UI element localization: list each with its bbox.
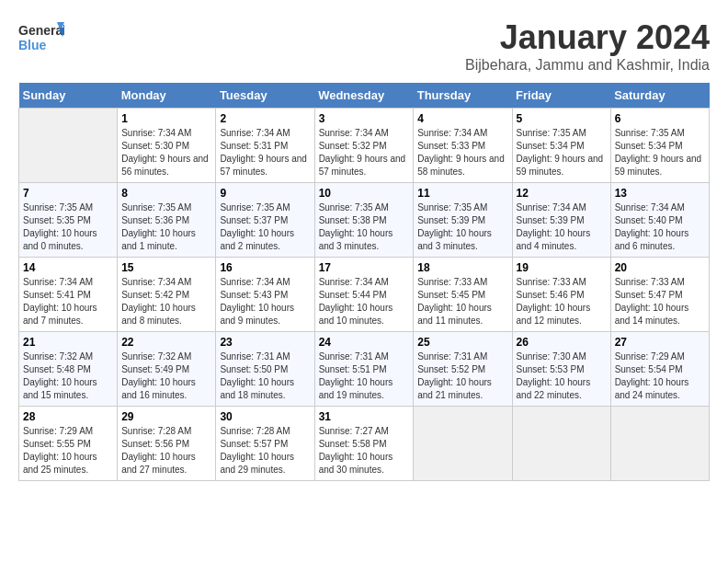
day-info: Sunrise: 7:35 AMSunset: 5:35 PMDaylight:… xyxy=(23,201,113,253)
day-cell: 11 Sunrise: 7:35 AMSunset: 5:39 PMDaylig… xyxy=(414,183,512,258)
day-info: Sunrise: 7:34 AMSunset: 5:30 PMDaylight:… xyxy=(121,127,211,178)
day-cell: 29 Sunrise: 7:28 AMSunset: 5:56 PMDaylig… xyxy=(118,407,216,481)
day-cell: 7 Sunrise: 7:35 AMSunset: 5:35 PMDayligh… xyxy=(19,183,118,258)
location: Bijbehara, Jammu and Kashmir, India xyxy=(465,57,710,74)
day-cell: 18 Sunrise: 7:33 AMSunset: 5:45 PMDaylig… xyxy=(414,258,512,332)
day-number: 3 xyxy=(319,112,410,125)
day-info: Sunrise: 7:31 AMSunset: 5:51 PMDaylight:… xyxy=(319,350,410,402)
day-info: Sunrise: 7:31 AMSunset: 5:52 PMDaylight:… xyxy=(417,350,507,402)
day-info: Sunrise: 7:35 AMSunset: 5:34 PMDaylight:… xyxy=(615,127,705,178)
day-info: Sunrise: 7:29 AMSunset: 5:54 PMDaylight:… xyxy=(615,350,705,402)
day-number: 8 xyxy=(121,187,211,200)
day-info: Sunrise: 7:35 AMSunset: 5:34 PMDaylight:… xyxy=(517,127,607,178)
day-cell: 9 Sunrise: 7:35 AMSunset: 5:37 PMDayligh… xyxy=(216,183,314,258)
header-row: SundayMondayTuesdayWednesdayThursdayFrid… xyxy=(19,83,710,109)
day-number: 27 xyxy=(615,336,705,349)
day-cell: 4 Sunrise: 7:34 AMSunset: 5:33 PMDayligh… xyxy=(414,109,512,183)
week-row-5: 28 Sunrise: 7:29 AMSunset: 5:55 PMDaylig… xyxy=(19,407,710,481)
column-header-monday: Monday xyxy=(118,83,216,109)
day-cell: 15 Sunrise: 7:34 AMSunset: 5:42 PMDaylig… xyxy=(118,258,216,332)
title-area: January 2024 Bijbehara, Jammu and Kashmi… xyxy=(465,18,710,74)
day-info: Sunrise: 7:33 AMSunset: 5:46 PMDaylight:… xyxy=(517,276,607,327)
day-info: Sunrise: 7:35 AMSunset: 5:38 PMDaylight:… xyxy=(319,201,410,253)
day-cell: 24 Sunrise: 7:31 AMSunset: 5:51 PMDaylig… xyxy=(314,332,414,407)
column-header-sunday: Sunday xyxy=(19,83,118,109)
day-number: 25 xyxy=(417,336,507,349)
day-number: 21 xyxy=(23,336,113,349)
day-cell: 8 Sunrise: 7:35 AMSunset: 5:36 PMDayligh… xyxy=(118,183,216,258)
day-number: 10 xyxy=(319,187,410,200)
day-number: 15 xyxy=(121,261,211,274)
day-cell: 17 Sunrise: 7:34 AMSunset: 5:44 PMDaylig… xyxy=(314,258,414,332)
day-number: 11 xyxy=(417,187,507,200)
day-number: 14 xyxy=(23,261,113,274)
day-info: Sunrise: 7:34 AMSunset: 5:33 PMDaylight:… xyxy=(417,127,507,178)
day-number: 1 xyxy=(121,112,211,125)
week-row-1: 1 Sunrise: 7:34 AMSunset: 5:30 PMDayligh… xyxy=(19,109,710,183)
column-header-tuesday: Tuesday xyxy=(216,83,314,109)
week-row-3: 14 Sunrise: 7:34 AMSunset: 5:41 PMDaylig… xyxy=(19,258,710,332)
day-number: 23 xyxy=(220,336,310,349)
day-info: Sunrise: 7:34 AMSunset: 5:43 PMDaylight:… xyxy=(220,276,310,327)
day-number: 22 xyxy=(121,336,211,349)
day-info: Sunrise: 7:29 AMSunset: 5:55 PMDaylight:… xyxy=(23,425,113,477)
day-cell: 22 Sunrise: 7:32 AMSunset: 5:49 PMDaylig… xyxy=(118,332,216,407)
day-number: 12 xyxy=(517,187,607,200)
day-info: Sunrise: 7:34 AMSunset: 5:40 PMDaylight:… xyxy=(615,201,705,253)
logo-svg: General Blue xyxy=(18,18,64,60)
day-number: 30 xyxy=(220,410,310,423)
day-info: Sunrise: 7:32 AMSunset: 5:48 PMDaylight:… xyxy=(23,350,113,402)
day-number: 16 xyxy=(220,261,310,274)
day-info: Sunrise: 7:30 AMSunset: 5:53 PMDaylight:… xyxy=(517,350,607,402)
day-number: 5 xyxy=(517,112,607,125)
day-info: Sunrise: 7:33 AMSunset: 5:47 PMDaylight:… xyxy=(615,276,705,327)
day-cell: 30 Sunrise: 7:28 AMSunset: 5:57 PMDaylig… xyxy=(216,407,314,481)
day-info: Sunrise: 7:35 AMSunset: 5:36 PMDaylight:… xyxy=(121,201,211,253)
week-row-2: 7 Sunrise: 7:35 AMSunset: 5:35 PMDayligh… xyxy=(19,183,710,258)
day-number: 26 xyxy=(517,336,607,349)
day-info: Sunrise: 7:34 AMSunset: 5:31 PMDaylight:… xyxy=(220,127,310,178)
day-info: Sunrise: 7:34 AMSunset: 5:41 PMDaylight:… xyxy=(23,276,113,327)
day-cell: 16 Sunrise: 7:34 AMSunset: 5:43 PMDaylig… xyxy=(216,258,314,332)
day-cell: 31 Sunrise: 7:27 AMSunset: 5:58 PMDaylig… xyxy=(314,407,414,481)
column-header-thursday: Thursday xyxy=(414,83,512,109)
day-cell: 6 Sunrise: 7:35 AMSunset: 5:34 PMDayligh… xyxy=(610,109,709,183)
day-number: 20 xyxy=(615,261,705,274)
calendar-table: SundayMondayTuesdayWednesdayThursdayFrid… xyxy=(18,83,710,481)
day-cell: 2 Sunrise: 7:34 AMSunset: 5:31 PMDayligh… xyxy=(216,109,314,183)
day-number: 7 xyxy=(23,187,113,200)
day-cell xyxy=(414,407,512,481)
day-info: Sunrise: 7:28 AMSunset: 5:56 PMDaylight:… xyxy=(121,425,211,477)
day-number: 2 xyxy=(220,112,310,125)
day-cell: 14 Sunrise: 7:34 AMSunset: 5:41 PMDaylig… xyxy=(19,258,118,332)
day-info: Sunrise: 7:31 AMSunset: 5:50 PMDaylight:… xyxy=(220,350,310,402)
day-info: Sunrise: 7:34 AMSunset: 5:32 PMDaylight:… xyxy=(319,127,410,178)
day-cell: 12 Sunrise: 7:34 AMSunset: 5:39 PMDaylig… xyxy=(512,183,610,258)
day-cell xyxy=(610,407,709,481)
logo: General Blue xyxy=(18,18,64,60)
day-number: 31 xyxy=(319,410,410,423)
day-number: 18 xyxy=(417,261,507,274)
day-cell: 26 Sunrise: 7:30 AMSunset: 5:53 PMDaylig… xyxy=(512,332,610,407)
day-info: Sunrise: 7:35 AMSunset: 5:39 PMDaylight:… xyxy=(417,201,507,253)
column-header-wednesday: Wednesday xyxy=(314,83,414,109)
month-title: January 2024 xyxy=(465,18,710,57)
day-number: 17 xyxy=(319,261,410,274)
day-number: 13 xyxy=(615,187,705,200)
day-info: Sunrise: 7:34 AMSunset: 5:42 PMDaylight:… xyxy=(121,276,211,327)
day-info: Sunrise: 7:27 AMSunset: 5:58 PMDaylight:… xyxy=(319,425,410,477)
day-info: Sunrise: 7:34 AMSunset: 5:39 PMDaylight:… xyxy=(517,201,607,253)
day-cell: 1 Sunrise: 7:34 AMSunset: 5:30 PMDayligh… xyxy=(118,109,216,183)
day-cell xyxy=(512,407,610,481)
day-cell: 28 Sunrise: 7:29 AMSunset: 5:55 PMDaylig… xyxy=(19,407,118,481)
day-info: Sunrise: 7:34 AMSunset: 5:44 PMDaylight:… xyxy=(319,276,410,327)
day-cell: 20 Sunrise: 7:33 AMSunset: 5:47 PMDaylig… xyxy=(610,258,709,332)
column-header-saturday: Saturday xyxy=(610,83,709,109)
svg-text:General: General xyxy=(18,23,64,38)
day-cell: 27 Sunrise: 7:29 AMSunset: 5:54 PMDaylig… xyxy=(610,332,709,407)
week-row-4: 21 Sunrise: 7:32 AMSunset: 5:48 PMDaylig… xyxy=(19,332,710,407)
day-cell: 13 Sunrise: 7:34 AMSunset: 5:40 PMDaylig… xyxy=(610,183,709,258)
day-info: Sunrise: 7:33 AMSunset: 5:45 PMDaylight:… xyxy=(417,276,507,327)
day-cell: 23 Sunrise: 7:31 AMSunset: 5:50 PMDaylig… xyxy=(216,332,314,407)
day-number: 9 xyxy=(220,187,310,200)
